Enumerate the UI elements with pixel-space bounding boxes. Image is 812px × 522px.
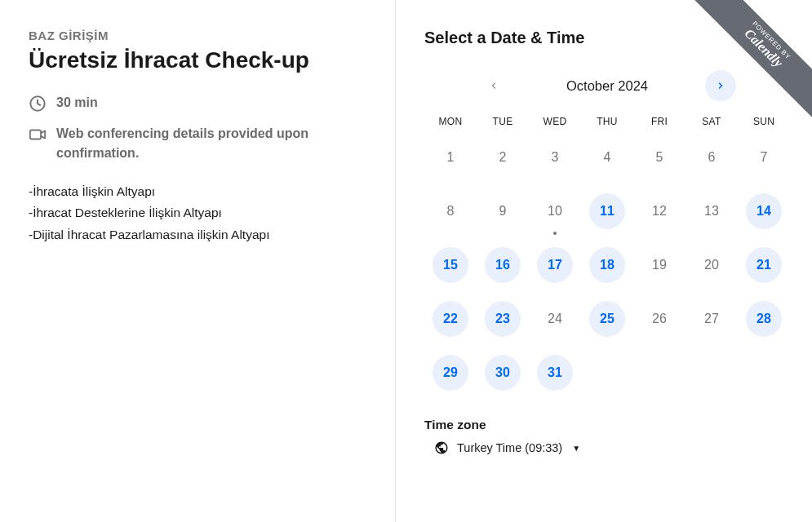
calendar-day-available[interactable]: 29: [433, 355, 468, 391]
calendar-day-unavailable: 2: [485, 139, 521, 175]
timezone-label: Time zone: [424, 418, 804, 432]
location-row: Web conferencing details provided upon c…: [29, 124, 371, 163]
caret-down-icon: ▼: [572, 444, 580, 453]
calendar-day-available[interactable]: 21: [746, 247, 782, 283]
calendar-day-unavailable: 5: [641, 139, 677, 175]
calendar-day-unavailable: 3: [537, 139, 573, 175]
calendar-day-unavailable: 7: [746, 139, 782, 175]
calendar-day-unavailable: 19: [641, 247, 677, 283]
timezone-value: Turkey Time (09:33): [457, 441, 562, 454]
calendar-day-available[interactable]: 18: [589, 247, 625, 283]
month-navigation: October 2024: [424, 70, 790, 101]
prev-month-button[interactable]: [478, 70, 509, 101]
calendar-day-unavailable: 13: [694, 193, 730, 229]
weekday-label: MON: [424, 116, 477, 127]
calendar-day-unavailable: 4: [589, 139, 625, 175]
calendar-day-available[interactable]: 30: [485, 355, 521, 391]
calendar-day-available[interactable]: 25: [589, 301, 625, 337]
event-details-panel: BAZ GİRİŞİM Ücretsiz İhracat Check-up 30…: [0, 0, 396, 522]
weekday-label: SUN: [738, 116, 790, 127]
weekday-label: TUE: [477, 116, 529, 127]
calendar-day-unavailable: 27: [694, 301, 730, 337]
calendar-day-available[interactable]: 22: [433, 301, 468, 337]
duration-row: 30 min: [29, 93, 371, 113]
days-grid: 1234567891011121314151617181920212223242…: [424, 139, 790, 392]
weekday-label: SAT: [686, 116, 738, 127]
weekday-label: FRI: [633, 116, 686, 127]
date-picker-panel: Select a Date & Time October 2024: [396, 0, 812, 522]
calendar-day-unavailable: 6: [694, 139, 730, 175]
event-description: -İhracata İlişkin Altyapı -İhracat Deste…: [29, 181, 371, 246]
calendar-day-available[interactable]: 28: [746, 301, 782, 337]
calendar-day-available[interactable]: 17: [537, 247, 573, 283]
svg-rect-1: [30, 130, 41, 139]
calendar-day-available[interactable]: 15: [433, 247, 468, 283]
calendar-day-unavailable: 24: [537, 301, 573, 337]
timezone-select[interactable]: Turkey Time (09:33) ▼: [424, 440, 804, 455]
calendar-day-unavailable: 10: [537, 193, 573, 229]
calendar-day-unavailable: 1: [433, 139, 468, 175]
weekday-label: WED: [529, 116, 581, 127]
duration-text: 30 min: [56, 93, 98, 113]
calendar-day-unavailable: 26: [641, 301, 677, 337]
timezone-section: Time zone Turkey Time (09:33) ▼: [424, 418, 804, 455]
globe-icon: [434, 440, 449, 455]
calendar-day-unavailable: 8: [433, 193, 468, 229]
calendar-day-available[interactable]: 31: [537, 355, 573, 391]
chevron-right-icon: [716, 79, 725, 92]
event-title: Ücretsiz İhracat Check-up: [29, 47, 371, 73]
weekday-header: MON TUE WED THU FRI SAT SUN: [424, 116, 790, 127]
company-name: BAZ GİRİŞİM: [29, 29, 371, 42]
calendar-day-unavailable: 12: [641, 193, 677, 229]
clock-icon: [29, 95, 47, 113]
current-month-label: October 2024: [566, 78, 648, 94]
video-icon: [29, 126, 47, 144]
calendar-day-available[interactable]: 11: [589, 193, 625, 229]
chevron-left-icon: [489, 79, 499, 92]
calendar-day-available[interactable]: 23: [485, 301, 521, 337]
description-line: -Dijital İhracat Pazarlamasına ilişkin A…: [29, 224, 371, 246]
next-month-button[interactable]: [705, 70, 736, 101]
location-text: Web conferencing details provided upon c…: [56, 124, 371, 163]
calendar: October 2024 MON TUE WED THU FRI SAT SUN: [424, 70, 790, 392]
calendar-day-unavailable: 20: [694, 247, 730, 283]
description-line: -İhracat Desteklerine İlişkin Altyapı: [29, 202, 371, 223]
weekday-label: THU: [581, 116, 633, 127]
calendar-day-available[interactable]: 16: [485, 247, 521, 283]
calendar-day-available[interactable]: 14: [746, 193, 782, 229]
calendar-day-unavailable: 9: [485, 193, 521, 229]
description-line: -İhracata İlişkin Altyapı: [29, 181, 371, 202]
